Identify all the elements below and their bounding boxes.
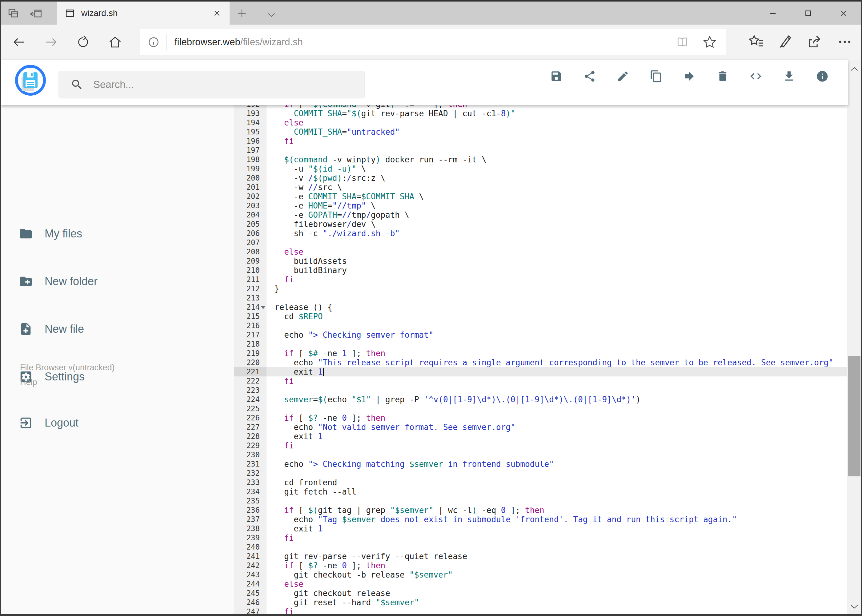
code-line[interactable] xyxy=(266,238,848,247)
code-line[interactable]: buildAssets xyxy=(266,256,848,266)
code-line[interactable]: exit 1 xyxy=(266,524,848,533)
back-button[interactable] xyxy=(12,35,26,49)
code-line[interactable]: semver=$(echo "$1" | grep -P '^v(0|[1-9]… xyxy=(266,395,848,404)
page-scrollbar[interactable] xyxy=(847,60,861,616)
code-line[interactable]: fi xyxy=(266,607,848,616)
code-line[interactable]: git reset --hard "$semver" xyxy=(266,598,848,607)
code-line[interactable]: release () { xyxy=(266,303,848,312)
tab-preview-chevron-icon[interactable] xyxy=(266,9,277,20)
code-line[interactable]: echo "> Checking matching $semver in fro… xyxy=(266,459,848,469)
code-line[interactable] xyxy=(266,542,848,552)
scrollbar-thumb[interactable] xyxy=(848,356,860,476)
delete-button[interactable] xyxy=(716,70,729,83)
code-line[interactable]: cd frontend xyxy=(266,478,848,487)
code-line[interactable]: filebrowser/dev \ xyxy=(266,220,848,229)
code-line[interactable]: git fetch --all xyxy=(266,487,848,497)
code-line[interactable]: fi xyxy=(266,533,848,542)
browser-tab[interactable]: wizard.sh xyxy=(57,2,230,25)
code-line[interactable]: echo "> Checking semver format" xyxy=(266,330,848,339)
restore-tabs-icon[interactable] xyxy=(29,7,43,20)
code-line[interactable] xyxy=(266,469,848,478)
gutter: 1921931941951961971981992002012022032042… xyxy=(234,105,266,616)
sidebar-item-my-files[interactable]: My files xyxy=(19,227,82,241)
code-line[interactable]: -w //src \ xyxy=(266,183,848,192)
sidebar-item-logout[interactable]: Logout xyxy=(19,416,79,430)
hub-favorites-icon[interactable] xyxy=(748,34,764,50)
raw-button[interactable] xyxy=(749,70,762,83)
code-line[interactable] xyxy=(266,450,848,459)
site-info-icon[interactable] xyxy=(147,36,160,49)
edit-button[interactable] xyxy=(616,70,629,83)
code-line[interactable] xyxy=(266,339,848,349)
code-line[interactable]: if [ "$(command -v git)" != "" ]; then xyxy=(266,105,848,109)
code-line[interactable] xyxy=(266,321,848,330)
move-button[interactable] xyxy=(683,70,696,83)
code-line[interactable]: fi xyxy=(266,275,848,284)
code-line[interactable]: COMMIT_SHA="untracked" xyxy=(266,127,848,137)
code-line[interactable]: } xyxy=(266,284,848,293)
code-line[interactable]: -e HOME="//tmp" \ xyxy=(266,201,848,211)
window-minimize-button[interactable] xyxy=(755,2,790,25)
code-line[interactable]: fi xyxy=(266,376,848,386)
window-maximize-button[interactable] xyxy=(790,2,826,25)
code-line[interactable]: exit 1 xyxy=(266,367,848,376)
code-line[interactable]: if [ $# -ne 1 ]; then xyxy=(266,349,848,358)
code-line[interactable]: sh -c "./wizard.sh -b" xyxy=(266,229,848,238)
scroll-down-icon[interactable] xyxy=(847,599,861,614)
sidebar-item-new-file[interactable]: New file xyxy=(19,322,84,336)
code-line[interactable]: else xyxy=(266,247,848,256)
search-bar[interactable]: Search... xyxy=(58,71,365,98)
new-tab-button[interactable] xyxy=(236,8,247,19)
window-close-button[interactable] xyxy=(826,2,861,25)
code-line[interactable]: echo "Tag $semver does not exist in subm… xyxy=(266,515,848,524)
code-line[interactable]: cd $REPO xyxy=(266,312,848,321)
code-line[interactable]: if [ $? -ne 0 ]; then xyxy=(266,561,848,570)
download-button[interactable] xyxy=(783,70,796,83)
code-editor[interactable]: 1921931941951961971981992002012022032042… xyxy=(234,105,848,616)
code-line[interactable]: -u "$(id -u)" \ xyxy=(266,164,848,173)
code-line[interactable]: -e GOPATH=//tmp/gopath \ xyxy=(266,211,848,220)
scroll-up-icon[interactable] xyxy=(847,62,861,77)
code-line[interactable]: else xyxy=(266,580,848,589)
filebrowser-logo[interactable] xyxy=(15,65,46,96)
code-line[interactable] xyxy=(266,386,848,395)
code-line[interactable] xyxy=(266,146,848,155)
code-line[interactable]: $(command -v winpty) docker run --rm -it… xyxy=(266,155,848,164)
share-button[interactable] xyxy=(583,70,596,83)
code-line[interactable]: fi xyxy=(266,137,848,146)
code-line[interactable]: echo "This release script requires a sin… xyxy=(266,358,848,367)
code-line[interactable]: fi xyxy=(266,441,848,450)
tabs-set-aside-icon[interactable] xyxy=(6,7,20,20)
share-page-icon[interactable] xyxy=(807,34,823,50)
copy-button[interactable] xyxy=(650,70,663,83)
code-line[interactable]: COMMIT_SHA="$(git rev-parse HEAD | cut -… xyxy=(266,109,848,118)
forward-button[interactable] xyxy=(44,35,58,49)
code-line[interactable]: if [ $(git tag | grep "$semver" | wc -l)… xyxy=(266,506,848,515)
code-line[interactable]: git rev-parse --verify --quiet release xyxy=(266,552,848,561)
more-options-icon[interactable] xyxy=(837,34,853,50)
code-line[interactable] xyxy=(266,293,848,303)
save-button[interactable] xyxy=(550,70,563,83)
home-button[interactable] xyxy=(108,35,122,49)
web-note-pen-icon[interactable] xyxy=(777,34,793,50)
code-line[interactable]: exit 1 xyxy=(266,432,848,441)
tab-close-icon[interactable] xyxy=(212,9,222,18)
code-line[interactable]: else xyxy=(266,118,848,127)
code-line[interactable]: -v /$(pwd):/src:z \ xyxy=(266,173,848,183)
info-button[interactable] xyxy=(816,70,829,83)
code-line[interactable] xyxy=(266,404,848,413)
fold-arrow-icon[interactable] xyxy=(261,306,265,309)
refresh-button[interactable] xyxy=(76,35,90,49)
help-link[interactable]: Help xyxy=(20,378,37,387)
favorite-star-icon[interactable] xyxy=(703,35,717,49)
code-line[interactable]: -e COMMIT_SHA=$COMMIT_SHA \ xyxy=(266,192,848,201)
reading-view-icon[interactable] xyxy=(676,35,689,49)
code-line[interactable]: git checkout -b release "$semver" xyxy=(266,570,848,580)
url-field[interactable]: filebrowser.web/files/wizard.sh xyxy=(140,29,726,55)
code-line[interactable]: if [ $? -ne 0 ]; then xyxy=(266,413,848,423)
code-line[interactable]: buildBinary xyxy=(266,266,848,275)
code-line[interactable] xyxy=(266,497,848,506)
code-line[interactable]: echo "Not valid semver format. See semve… xyxy=(266,423,848,432)
sidebar-item-new-folder[interactable]: New folder xyxy=(19,274,98,289)
code-line[interactable]: git checkout release xyxy=(266,589,848,598)
